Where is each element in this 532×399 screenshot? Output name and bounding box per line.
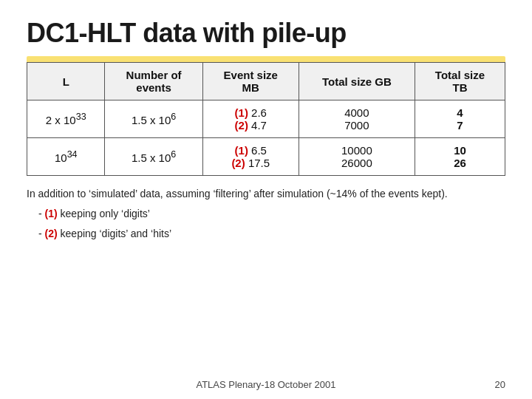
note-intro: In addition to ‘simulated’ data, assumin… [27, 186, 505, 202]
note-item-2: - (2) keeping ‘digits’ and ‘hits’ [27, 226, 505, 242]
label-1-row2: (1) [235, 144, 248, 157]
cell-L-row1: 2 x 1033 [27, 100, 105, 138]
col-header-event-size: Event sizeMB [202, 63, 299, 100]
col-header-total-tb: Total sizeTB [415, 63, 505, 100]
cell-total-gb-row1: 40007000 [299, 100, 415, 138]
main-page: DC1-HLT data with pile-up L Number ofeve… [0, 0, 532, 399]
col-header-events: Number ofevents [105, 63, 202, 100]
cell-total-tb-row1: 47 [415, 100, 505, 138]
cell-event-size-row1: (1) 2.6 (2) 4.7 [202, 100, 299, 138]
page-number: 20 [495, 379, 505, 390]
cell-L-row2: 1034 [27, 138, 105, 176]
table-row: 1034 1.5 x 106 (1) 6.5 (2) 17.5 10000260… [27, 138, 505, 176]
note-label-2: (2) [45, 228, 58, 239]
label-1-row1: (1) [235, 106, 248, 119]
data-table-wrapper: L Number ofevents Event sizeMB Total siz… [27, 62, 505, 176]
note-item-1: - (1) keeping only ‘digits’ [27, 206, 505, 222]
page-title: DC1-HLT data with pile-up [27, 18, 505, 49]
footer-text: ATLAS Plenary-18 October 2001 [0, 379, 532, 390]
table-row: 2 x 1033 1.5 x 106 (1) 2.6 (2) 4.7 40007… [27, 100, 505, 138]
cell-event-size-row2: (1) 6.5 (2) 17.5 [202, 138, 299, 176]
cell-total-tb-row2: 1026 [415, 138, 505, 176]
label-2-row2: (2) [231, 157, 245, 169]
note-label-1: (1) [45, 208, 58, 219]
cell-total-gb-row2: 1000026000 [299, 138, 415, 176]
cell-events-row2: 1.5 x 106 [105, 138, 202, 176]
cell-events-row1: 1.5 x 106 [105, 100, 202, 138]
col-header-total-gb: Total size GB [299, 63, 415, 100]
label-2-row1: (2) [235, 119, 248, 132]
col-header-L: L [27, 63, 105, 100]
note-section: In addition to ‘simulated’ data, assumin… [27, 186, 505, 242]
data-table: L Number ofevents Event sizeMB Total siz… [27, 62, 505, 176]
